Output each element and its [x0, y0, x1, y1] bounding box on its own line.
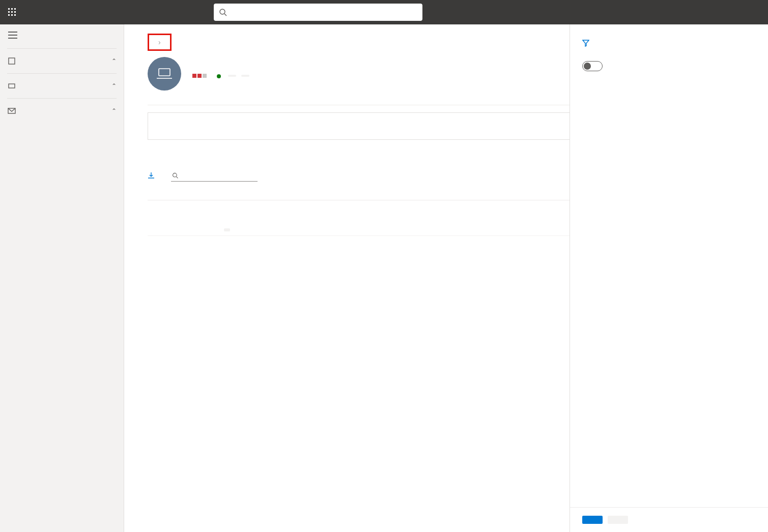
- export-button[interactable]: [148, 172, 158, 179]
- global-search[interactable]: [214, 4, 422, 21]
- svg-rect-14: [9, 58, 15, 64]
- svg-rect-5: [14, 11, 16, 13]
- sidebar-section-assets[interactable]: ⌃: [0, 52, 124, 70]
- apply-button[interactable]: [582, 516, 603, 524]
- laptop-icon: [157, 68, 172, 79]
- clear-filters-button[interactable]: [582, 40, 756, 47]
- waffle-icon: [8, 8, 16, 16]
- endpoints-icon: [8, 82, 16, 90]
- svg-point-9: [220, 9, 225, 14]
- download-icon: [148, 172, 155, 179]
- top-bar: [0, 0, 768, 24]
- svg-rect-7: [11, 14, 13, 16]
- svg-rect-6: [8, 14, 10, 16]
- filter-panel: [570, 24, 768, 532]
- hamburger-icon: [8, 32, 17, 39]
- svg-point-19: [173, 173, 177, 177]
- svg-line-10: [224, 14, 226, 16]
- svg-rect-0: [8, 8, 10, 10]
- chevron-up-icon: ⌃: [111, 107, 117, 114]
- svg-rect-15: [9, 84, 15, 88]
- discovery-tag: [224, 228, 230, 231]
- svg-rect-3: [8, 11, 10, 13]
- sidebar-toggle[interactable]: [0, 26, 124, 45]
- svg-rect-17: [159, 69, 170, 76]
- mail-icon: [8, 107, 16, 115]
- sidebar: ⌃ ⌃ ⌃: [0, 24, 124, 532]
- device-tag[interactable]: [228, 75, 236, 77]
- svg-rect-8: [14, 14, 16, 16]
- flagged-events-toggle[interactable]: [582, 61, 603, 71]
- device-avatar: [148, 57, 181, 91]
- sidebar-section-email[interactable]: ⌃: [0, 102, 124, 120]
- clear-filter-icon: [582, 40, 589, 47]
- app-launcher-button[interactable]: [4, 4, 20, 20]
- svg-line-20: [176, 176, 178, 178]
- search-icon: [172, 172, 178, 179]
- svg-rect-1: [11, 8, 13, 10]
- breadcrumb: ›: [149, 35, 170, 49]
- main-content: ›: [124, 24, 768, 532]
- timeline-search-input[interactable]: [182, 171, 257, 179]
- cancel-button[interactable]: [608, 516, 628, 524]
- severity-indicator: [192, 74, 207, 78]
- search-icon: [219, 8, 227, 16]
- chevron-up-icon: ⌃: [111, 57, 117, 65]
- device-tag[interactable]: [241, 75, 249, 77]
- svg-rect-4: [11, 11, 13, 13]
- global-search-input[interactable]: [231, 8, 417, 16]
- timeline-search[interactable]: [171, 169, 258, 182]
- chevron-right-icon: ›: [158, 38, 161, 46]
- sidebar-section-endpoints[interactable]: ⌃: [0, 77, 124, 95]
- svg-rect-2: [14, 8, 16, 10]
- chevron-up-icon: ⌃: [111, 82, 117, 90]
- status-dot-icon: [217, 74, 221, 78]
- assets-icon: [8, 57, 16, 65]
